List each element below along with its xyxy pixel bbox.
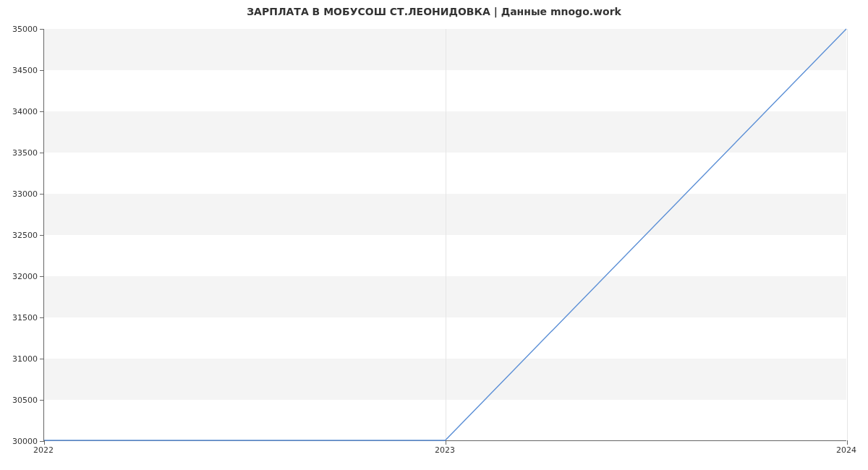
- x-tick: [446, 440, 446, 445]
- y-tick-label: 33000: [4, 189, 38, 199]
- y-tick-label: 30500: [4, 396, 38, 405]
- y-tick: [40, 111, 44, 112]
- y-tick: [40, 194, 44, 195]
- chart-title: ЗАРПЛАТА В МОБУСОШ СТ.ЛЕОНИДОВКА | Данны…: [0, 6, 868, 17]
- y-tick: [40, 317, 44, 318]
- chart-container: ЗАРПЛАТА В МОБУСОШ СТ.ЛЕОНИДОВКА | Данны…: [0, 0, 868, 470]
- y-tick: [40, 359, 44, 359]
- x-tick: [847, 440, 848, 445]
- line-series: [44, 29, 846, 440]
- x-tick-label: 2024: [836, 445, 856, 455]
- y-tick-label: 32500: [4, 231, 38, 240]
- y-tick-label: 34000: [4, 107, 38, 116]
- y-tick: [40, 70, 44, 71]
- x-tick-label: 2023: [435, 445, 455, 455]
- y-tick-label: 30000: [4, 437, 38, 446]
- y-tick: [40, 235, 44, 236]
- y-tick-label: 32000: [4, 272, 38, 281]
- y-tick: [40, 153, 44, 153]
- y-tick: [40, 29, 44, 30]
- y-tick: [40, 441, 44, 442]
- y-tick-label: 34500: [4, 66, 38, 75]
- y-tick-label: 31500: [4, 313, 38, 322]
- x-gridline: [847, 29, 848, 440]
- x-tick-label: 2022: [33, 445, 54, 455]
- y-tick: [40, 276, 44, 277]
- y-tick: [40, 400, 44, 401]
- plot-area: [43, 29, 846, 441]
- series-line: [44, 29, 846, 440]
- y-tick-label: 33500: [4, 148, 38, 158]
- y-tick-label: 35000: [4, 25, 38, 34]
- x-tick: [44, 440, 45, 445]
- y-tick-label: 31000: [4, 354, 38, 364]
